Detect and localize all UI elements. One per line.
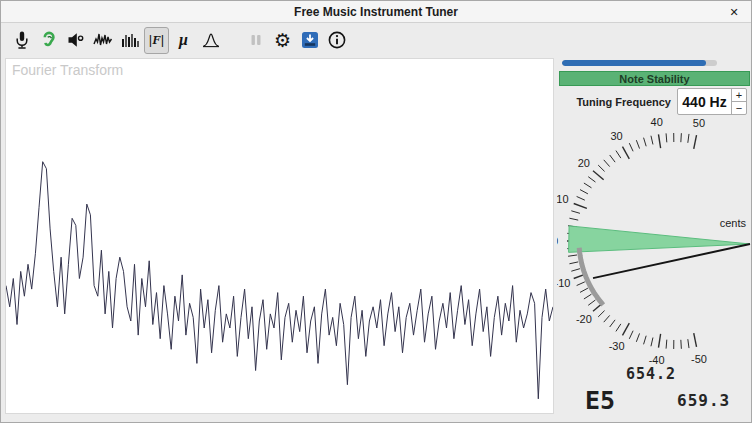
gauge-tick-label: 0: [557, 235, 558, 247]
plot-title: Fourier Transform: [12, 62, 123, 78]
gauge-unit-label: cents: [720, 217, 747, 229]
tuner-gauge: -50-40-30-20-1001020304050cents: [557, 115, 752, 365]
gauge-tick-label: 30: [611, 130, 623, 142]
spectrum-bars-button[interactable]: [117, 27, 142, 54]
info-button[interactable]: [324, 27, 349, 54]
fourier-plot-area: Fourier Transform: [5, 58, 554, 414]
tuning-frequency-label: Tuning Frequency: [576, 96, 671, 108]
bell-curve-icon: [200, 30, 221, 51]
info-icon: [326, 30, 347, 51]
app-window: Free Music Instrument Tuner ✕ |F|μ⚙ Four…: [0, 0, 752, 423]
gauge-tick-label: -10: [557, 277, 570, 289]
gauge-tick-label: -30: [609, 340, 625, 352]
note-stability-bar: Note Stability: [559, 71, 750, 86]
speaker-db-icon: [65, 30, 86, 51]
close-button[interactable]: ✕: [725, 3, 743, 21]
gauge-tick-label: 50: [693, 117, 705, 129]
gauge-tick-label: -20: [576, 313, 592, 325]
ear-icon: [38, 30, 59, 51]
gauss-curve-button[interactable]: [198, 27, 223, 54]
microphone-icon: [11, 30, 32, 51]
decrement-button[interactable]: −: [732, 102, 746, 114]
save-button[interactable]: [297, 27, 322, 54]
listen-button[interactable]: [36, 27, 61, 54]
histogram-icon: [119, 30, 140, 51]
toolbar: |F|μ⚙: [1, 23, 751, 57]
pause-icon: [245, 30, 266, 51]
pause-button: [243, 27, 268, 54]
window-title: Free Music Instrument Tuner: [294, 5, 458, 19]
spinner-buttons: + −: [731, 89, 746, 114]
gauge-tick-label: -50: [691, 353, 707, 365]
gauge-tick-label: -40: [649, 354, 665, 365]
stability-progress-fill: [562, 60, 706, 66]
volume-db-button[interactable]: [63, 27, 88, 54]
gear-icon: ⚙: [272, 30, 293, 51]
settings-button[interactable]: ⚙: [270, 27, 295, 54]
tuning-frequency-value[interactable]: 440 Hz: [678, 89, 731, 114]
waveform-button[interactable]: [90, 27, 115, 54]
increment-button[interactable]: +: [732, 89, 746, 102]
mu-button[interactable]: μ: [171, 27, 196, 54]
tuning-frequency-row: Tuning Frequency 440 Hz + −: [557, 88, 752, 115]
note-readout: E5: [585, 386, 615, 415]
microphone-button[interactable]: [9, 27, 34, 54]
save-icon: [299, 30, 320, 51]
gauge-tick-label: 40: [651, 116, 663, 128]
tuning-frequency-spinbox[interactable]: 440 Hz + −: [677, 88, 747, 115]
gauge-tick-label: 20: [578, 157, 590, 169]
frequency-readout-top: 654.2: [557, 365, 745, 383]
fft-plot: [6, 59, 553, 413]
waveform-icon: [92, 30, 113, 51]
tuner-panel: Note Stability Tuning Frequency 440 Hz +…: [557, 58, 752, 423]
fourier-icon: |F|: [146, 30, 167, 51]
mu-icon: μ: [173, 30, 194, 51]
titlebar: Free Music Instrument Tuner ✕: [1, 1, 751, 23]
frequency-readout-right: 659.3: [677, 391, 730, 410]
gauge-tick-label: 10: [557, 193, 569, 205]
stability-progressbar: [562, 60, 717, 66]
fourier-transform-button[interactable]: |F|: [144, 27, 169, 54]
